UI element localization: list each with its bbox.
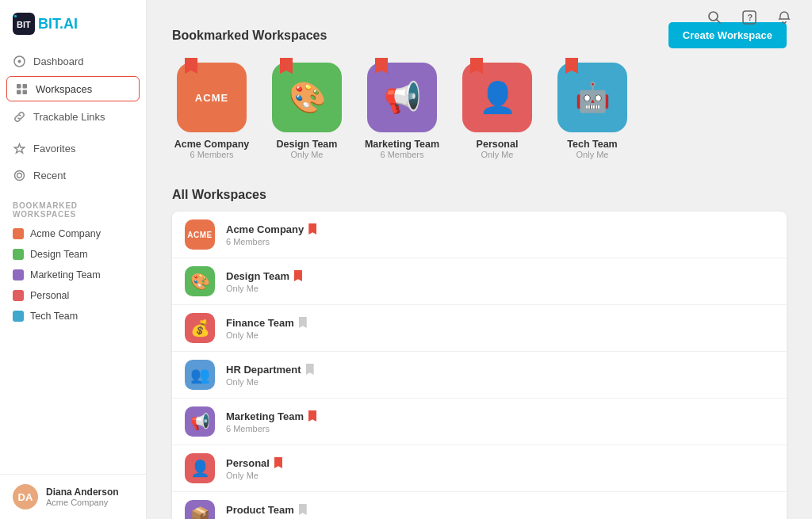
tech-emoji: 🤖 xyxy=(575,81,611,114)
search-icon[interactable] xyxy=(703,6,726,29)
bookmark-icon-marketing xyxy=(308,410,316,422)
svg-rect-5 xyxy=(17,84,21,89)
bookmark-badge-acme xyxy=(185,58,197,74)
card-marketing-icon: 📢 xyxy=(367,63,437,132)
card-tech-name: Tech Team xyxy=(567,139,617,150)
sidebar-item-recent[interactable]: Recent xyxy=(0,162,146,189)
sidebar-item-favorites[interactable]: Favorites xyxy=(0,135,146,162)
svg-rect-7 xyxy=(17,90,21,94)
logo: BIT BIT.AI xyxy=(0,0,146,44)
sidebar-ws-label: Marketing Team xyxy=(30,269,101,280)
list-item-hr[interactable]: 👥 HR Department Only Me xyxy=(172,352,787,399)
card-personal[interactable]: 👤 Personal Only Me xyxy=(458,63,537,159)
bookmark-icon-finance xyxy=(299,317,307,328)
list-icon-acme: ACME xyxy=(185,219,215,250)
sidebar-ws-marketing[interactable]: Marketing Team xyxy=(0,265,146,285)
card-personal-icon: 👤 xyxy=(462,63,532,132)
list-name-product: Product Team xyxy=(226,504,774,516)
sidebar-ws-label: Personal xyxy=(30,290,69,301)
logo-icon: BIT xyxy=(13,13,35,35)
acme-label: ACME xyxy=(195,92,228,104)
list-item-design[interactable]: 🎨 Design Team Only Me xyxy=(172,258,787,305)
user-profile[interactable]: DA Diana Anderson Acme Company xyxy=(0,474,146,519)
user-org: Acme Company xyxy=(46,498,119,507)
ws-dot-marketing xyxy=(13,269,24,280)
list-info-design: Design Team Only Me xyxy=(226,270,774,293)
svg-line-12 xyxy=(717,20,721,24)
ws-dot-acme xyxy=(13,228,24,239)
list-item-finance[interactable]: 💰 Finance Team Only Me xyxy=(172,305,787,352)
sidebar-nav: Dashboard Workspaces Trackable Links Fav… xyxy=(0,44,146,192)
card-personal-name: Personal xyxy=(477,139,519,150)
svg-text:?: ? xyxy=(748,13,753,22)
bookmark-icon-hr xyxy=(306,364,314,375)
list-sub-marketing: 6 Members xyxy=(226,424,774,433)
svg-rect-8 xyxy=(22,90,27,94)
sidebar-ws-tech[interactable]: Tech Team xyxy=(0,306,146,326)
sidebar-item-label: Workspaces xyxy=(36,83,92,95)
list-item-personal[interactable]: 👤 Personal Only Me xyxy=(172,445,787,492)
sidebar-item-dashboard[interactable]: Dashboard xyxy=(0,48,146,74)
bookmark-badge-tech xyxy=(565,58,578,74)
bookmark-badge-marketing xyxy=(375,58,388,74)
card-tech-icon: 🤖 xyxy=(557,63,627,132)
svg-text:BIT: BIT xyxy=(17,20,31,29)
list-info-finance: Finance Team Only Me xyxy=(226,317,774,340)
sidebar-ws-label: Acme Company xyxy=(30,228,101,239)
card-design-icon: 🎨 xyxy=(272,63,342,132)
bookmark-icon-personal xyxy=(274,457,282,468)
bookmark-icon-product xyxy=(299,504,307,515)
sidebar-item-label: Trackable Links xyxy=(33,111,105,123)
list-info-product: Product Team Only Me xyxy=(226,504,774,520)
card-tech-sub: Only Me xyxy=(576,150,609,159)
card-acme-sub: 6 Members xyxy=(190,150,233,159)
list-name-personal: Personal xyxy=(226,457,774,469)
bookmarked-cards: ACME Acme Company 6 Members 🎨 Design Tea… xyxy=(172,63,787,159)
card-marketing[interactable]: 📢 Marketing Team 6 Members xyxy=(362,63,442,159)
list-icon-marketing: 📢 xyxy=(185,406,215,437)
sidebar-item-label: Recent xyxy=(33,170,66,181)
list-name-finance: Finance Team xyxy=(226,317,774,329)
list-name-design: Design Team xyxy=(226,270,774,282)
card-tech[interactable]: 🤖 Tech Team Only Me xyxy=(553,63,632,159)
sidebar-ws-design[interactable]: Design Team xyxy=(0,244,146,265)
avatar: DA xyxy=(13,484,38,509)
bell-icon[interactable] xyxy=(772,6,796,29)
list-info-personal: Personal Only Me xyxy=(226,457,774,480)
all-workspaces-list: ACME Acme Company 6 Members 🎨 Des xyxy=(172,212,787,519)
sidebar-ws-personal[interactable]: Personal xyxy=(0,285,146,306)
sidebar-item-label: Dashboard xyxy=(33,55,84,67)
list-icon-design: 🎨 xyxy=(185,266,215,296)
list-icon-hr: 👥 xyxy=(185,360,215,390)
marketing-emoji: 📢 xyxy=(384,80,421,115)
svg-point-10 xyxy=(17,173,21,177)
list-info-hr: HR Department Only Me xyxy=(226,364,774,387)
card-design-sub: Only Me xyxy=(291,150,324,159)
card-acme-name: Acme Company xyxy=(174,139,249,150)
main-content: Bookmarked Workspaces Create Workspace A… xyxy=(147,0,812,519)
bookmark-badge-personal xyxy=(470,58,483,74)
card-design[interactable]: 🎨 Design Team Only Me xyxy=(267,63,347,159)
user-info: Diana Anderson Acme Company xyxy=(46,487,119,507)
list-name-marketing: Marketing Team xyxy=(226,410,774,422)
personal-emoji: 👤 xyxy=(479,80,516,115)
card-acme[interactable]: ACME Acme Company 6 Members xyxy=(172,63,251,159)
list-item-product[interactable]: 📦 Product Team Only Me xyxy=(172,492,787,519)
sidebar-item-workspaces[interactable]: Workspaces xyxy=(6,76,140,101)
list-icon-finance: 💰 xyxy=(185,313,215,343)
sidebar-ws-label: Tech Team xyxy=(30,311,78,322)
card-personal-sub: Only Me xyxy=(481,150,514,159)
svg-rect-2 xyxy=(14,15,17,17)
list-item-marketing[interactable]: 📢 Marketing Team 6 Members xyxy=(172,399,787,445)
card-marketing-sub: 6 Members xyxy=(380,150,423,159)
logo-text: BIT.AI xyxy=(38,16,78,32)
favorites-icon xyxy=(13,142,25,155)
card-design-name: Design Team xyxy=(277,139,338,150)
list-item-acme[interactable]: ACME Acme Company 6 Members xyxy=(172,212,787,258)
svg-rect-6 xyxy=(22,84,27,89)
help-icon[interactable]: ? xyxy=(737,6,761,29)
sidebar-item-trackable-links[interactable]: Trackable Links xyxy=(0,103,146,130)
sidebar-ws-acme[interactable]: Acme Company xyxy=(0,223,146,244)
list-icon-personal: 👤 xyxy=(185,453,215,483)
sidebar: BIT BIT.AI Dashboard Workspaces Trackabl… xyxy=(0,0,147,519)
